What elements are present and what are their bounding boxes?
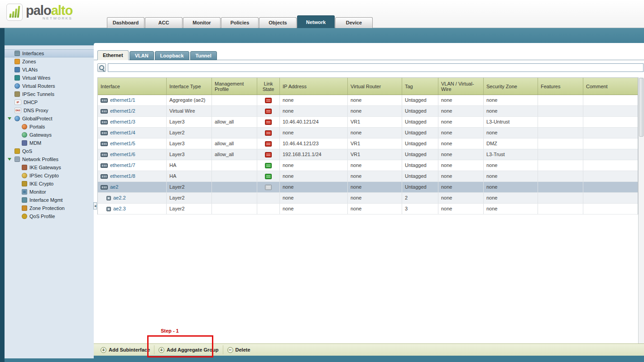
sidebar-item-ike-crypto[interactable]: IKE Crypto [5, 180, 94, 188]
cell-vlan-virtual-wire: none [438, 204, 484, 214]
cell-link-state [257, 193, 280, 203]
sidebar-item-ipsec-crypto[interactable]: IPSec Crypto [5, 171, 94, 180]
expand-triangle-icon[interactable] [8, 158, 11, 161]
table-row[interactable]: ethernet1/2 Virtual Wire none none Untag… [98, 106, 638, 117]
table-row[interactable]: ae2.2 Layer2 none none 2 none none [98, 193, 638, 204]
scrollbar-thumb[interactable] [639, 78, 644, 137]
subtab-ethernet[interactable]: Ethernet [97, 50, 129, 60]
link-state-icon [265, 109, 272, 114]
nav-tab-device[interactable]: Device [335, 17, 373, 28]
cell-link-state [257, 160, 280, 171]
header-interface-type[interactable]: Interface Type [167, 78, 212, 95]
sidebar-item-virtual-routers[interactable]: Virtual Routers [5, 82, 94, 90]
interface-link[interactable]: ethernet1/1 [101, 95, 135, 105]
table-row[interactable]: ethernet1/1 Aggregate (ae2) none none Un… [98, 95, 638, 106]
table-row[interactable]: ae2.3 Layer2 none none 3 none none [98, 204, 638, 214]
header-virtual-router[interactable]: Virtual Router [348, 78, 402, 95]
cell-interface-type: Layer2 [167, 193, 212, 203]
add-subinterface-button[interactable]: Add Subinterface [96, 345, 154, 354]
interface-link[interactable]: ae2.2 [101, 193, 126, 203]
vertical-scrollbar[interactable] [638, 77, 644, 343]
zone-protection-icon [22, 205, 27, 211]
qos-profile-icon [22, 214, 27, 219]
sidebar-item-label: Network Profiles [22, 157, 58, 162]
header-security-zone[interactable]: Security Zone [484, 78, 538, 95]
nav-tab-dashboard[interactable]: Dashboard [107, 17, 144, 28]
cell-interface: ethernet1/7 [98, 160, 167, 171]
expand-triangle-icon[interactable] [8, 117, 11, 120]
sidebar-item-mdm[interactable]: MDM [5, 139, 94, 147]
sidebar-item-interface-mgmt[interactable]: Interface Mgmt [5, 196, 94, 204]
table-row[interactable]: ethernet1/7 HA none none Untagged none n… [98, 160, 638, 171]
ethernet-interface-icon [101, 142, 108, 146]
sidebar-item-monitor[interactable]: Monitor [5, 188, 94, 196]
interface-link[interactable]: ethernet1/5 [101, 138, 135, 149]
search-icon[interactable] [97, 63, 106, 72]
table-row[interactable]: ethernet1/5 Layer3 allow_all 10.46.44.12… [98, 138, 638, 149]
sidebar-item-globalprotect[interactable]: GlobalProtect [5, 114, 94, 123]
monitor-icon [22, 189, 27, 195]
header-link-state[interactable]: Link State [257, 78, 280, 95]
nav-tab-policies[interactable]: Policies [221, 17, 259, 28]
nav-tab-monitor[interactable]: Monitor [183, 17, 221, 28]
table-row[interactable]: ethernet1/3 Layer3 allow_all 10.46.40.12… [98, 117, 638, 128]
sidebar-item-qos-profile[interactable]: QoS Profile [5, 212, 94, 220]
table-row[interactable]: ethernet1/8 HA none none Untagged none n… [98, 171, 638, 182]
interface-link[interactable]: ae2.3 [101, 204, 126, 214]
cell-vlan-virtual-wire: none [438, 171, 484, 181]
sidebar-item-dhcp[interactable]: DHCP [5, 98, 94, 106]
sidebar-item-dns-proxy[interactable]: DNS Proxy [5, 106, 94, 114]
interface-link[interactable]: ae2 [101, 182, 118, 192]
interface-link[interactable]: ethernet1/6 [101, 149, 135, 160]
nav-tab-objects[interactable]: Objects [259, 17, 297, 28]
sidebar-item-label: Virtual Wires [22, 75, 50, 81]
sidebar-item-portals[interactable]: Portals [5, 123, 94, 131]
cell-ip-address: none [280, 160, 348, 171]
interface-link[interactable]: ethernet1/3 [101, 117, 135, 127]
cell-comment [583, 106, 638, 116]
sidebar-item-gateways[interactable]: Gateways [5, 131, 94, 139]
interface-link[interactable]: ethernet1/2 [101, 106, 135, 116]
add-aggregate-group-button[interactable]: Add Aggregate Group [154, 345, 223, 354]
header-features[interactable]: Features [538, 78, 583, 95]
subinterface-icon [106, 196, 111, 200]
nav-tab-network[interactable]: Network [297, 15, 335, 28]
header-interface[interactable]: Interface [98, 78, 167, 95]
subtab-loopback[interactable]: Loopback [155, 51, 189, 60]
cell-virtual-router: none [348, 171, 402, 181]
interface-link[interactable]: ethernet1/7 [101, 160, 135, 171]
header-management-profile[interactable]: Management Profile [212, 78, 257, 95]
sidebar-item-ipsec-tunnels[interactable]: IPSec Tunnels [5, 90, 94, 98]
sidebar-item-virtual-wires[interactable]: Virtual Wires [5, 74, 94, 82]
sidebar-item-network-profiles[interactable]: Network Profiles [5, 155, 94, 163]
delete-button[interactable]: Delete [223, 345, 255, 354]
sidebar-collapse-arrow[interactable] [93, 202, 97, 210]
sidebar-item-interfaces[interactable]: Interfaces [5, 49, 94, 57]
header-vlan-virtual-wire[interactable]: VLAN / Virtual-Wire [438, 78, 484, 95]
subtab-vlan[interactable]: VLAN [130, 51, 154, 60]
link-state-icon [265, 185, 272, 190]
cell-management-profile: allow_all [212, 117, 257, 127]
interface-link[interactable]: ethernet1/8 [101, 171, 135, 181]
search-input[interactable] [108, 63, 644, 72]
cell-features [538, 149, 583, 160]
sidebar-item-ike-gateways[interactable]: IKE Gateways [5, 163, 94, 171]
subtab-tunnel[interactable]: Tunnel [190, 51, 217, 60]
cell-security-zone: none [484, 193, 538, 203]
sidebar-item-label: IKE Crypto [29, 181, 53, 186]
interface-link[interactable]: ethernet1/4 [101, 128, 135, 138]
table-row-selected[interactable]: ae2 Layer2 none none Untagged none none [98, 182, 638, 193]
header-ip-address[interactable]: IP Address [280, 78, 348, 95]
table-row[interactable]: ethernet1/6 Layer3 allow_all 192.168.121… [98, 149, 638, 160]
sidebar-item-vlans[interactable]: VLANs [5, 66, 94, 74]
sidebar-item-label: Portals [29, 124, 45, 129]
nav-tab-acc[interactable]: ACC [145, 17, 183, 28]
aggregate-interface-icon [101, 185, 108, 190]
sidebar-item-label: VLANs [22, 67, 38, 72]
header-comment[interactable]: Comment [583, 78, 638, 95]
sidebar-item-zones[interactable]: Zones [5, 57, 94, 66]
sidebar-item-zone-protection[interactable]: Zone Protection [5, 204, 94, 212]
table-row[interactable]: ethernet1/4 Layer2 none none Untagged no… [98, 128, 638, 138]
header-tag[interactable]: Tag [402, 78, 438, 95]
sidebar-item-qos[interactable]: QoS [5, 147, 94, 155]
